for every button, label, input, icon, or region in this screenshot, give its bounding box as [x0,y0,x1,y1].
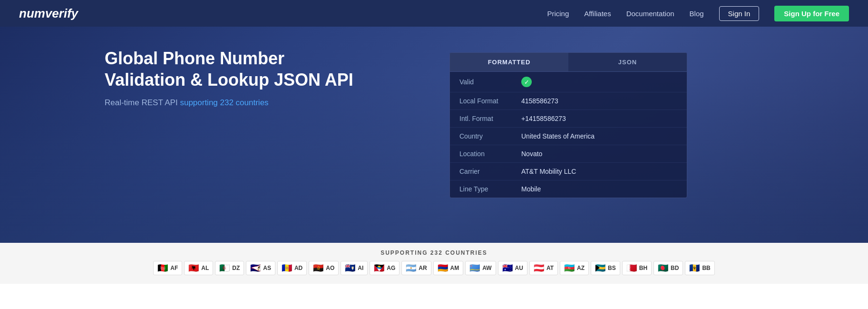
flag-emoji: 🇧🇧 [689,264,700,272]
card-body: Valid ✓ Local Format 4158586273 Intl. Fo… [450,72,687,198]
flag-code: AF [170,265,178,271]
flag-item-bb[interactable]: 🇧🇧BB [685,261,714,275]
flag-emoji: 🇦🇩 [282,264,292,272]
flag-emoji: 🇧🇸 [595,264,605,272]
flag-item-at[interactable]: 🇦🇹AT [529,261,558,275]
value-intl-format: +14158586273 [521,115,566,122]
flag-emoji: 🇦🇹 [534,264,544,272]
nav-pricing[interactable]: Pricing [547,10,569,18]
flag-emoji: 🇦🇮 [345,264,355,272]
navbar: numverify Pricing Affiliates Documentati… [0,0,868,27]
hero-section: Global Phone Number Validation & Lookup … [0,0,868,243]
site-logo[interactable]: numverify [19,6,547,21]
flag-code: AT [546,265,554,271]
flag-code: BH [639,265,647,271]
flag-item-al[interactable]: 🇦🇱AL [184,261,213,275]
flag-item-bd[interactable]: 🇧🇩BD [653,261,683,275]
value-carrier: AT&T Mobility LLC [521,168,576,175]
tab-formatted[interactable]: FORMATTED [450,53,568,71]
nav-affiliates[interactable]: Affiliates [584,10,611,18]
label-country: Country [459,132,521,140]
nav-links: Pricing Affiliates Documentation Blog Si… [547,6,849,21]
flag-item-az[interactable]: 🇦🇿AZ [560,261,589,275]
flag-emoji: 🇦🇷 [406,264,416,272]
label-intl-format: Intl. Format [459,115,521,122]
flag-code: BS [608,265,616,271]
flag-emoji: 🇦🇿 [564,264,575,272]
card-row-valid: Valid ✓ [450,72,687,92]
flag-code: AM [450,265,459,271]
flag-code: AO [326,265,334,271]
tab-json[interactable]: JSON [568,53,687,71]
label-line-type: Line Type [459,185,521,193]
card-tabs: FORMATTED JSON [450,53,687,72]
flag-item-dz[interactable]: 🇩🇿DZ [215,261,244,275]
card-row-location: Location Novato [450,145,687,163]
value-valid: ✓ [521,77,532,87]
card-row-carrier: Carrier AT&T Mobility LLC [450,163,687,180]
flag-item-au[interactable]: 🇦🇺AU [498,261,527,275]
nav-blog[interactable]: Blog [690,10,704,18]
flag-code: AW [482,265,491,271]
flag-emoji: 🇦🇼 [469,264,480,272]
card-row-country: Country United States of America [450,128,687,145]
flag-item-ag[interactable]: 🇦🇬AG [370,261,400,275]
value-local-format: 4158586273 [521,97,558,105]
flag-item-as[interactable]: 🇦🇸AS [246,261,275,275]
flag-code: AL [201,265,209,271]
flag-code: AD [294,265,302,271]
flag-code: BB [702,265,710,271]
flag-item-aw[interactable]: 🇦🇼AW [465,261,496,275]
flag-emoji: 🇩🇿 [219,264,230,272]
flag-code: AI [358,265,363,271]
flag-code: AR [419,265,427,271]
value-line-type: Mobile [521,185,541,193]
label-carrier: Carrier [459,168,521,175]
flag-item-af[interactable]: 🇦🇫AF [153,261,182,275]
flag-emoji: 🇦🇲 [438,264,448,272]
flag-item-ai[interactable]: 🇦🇮AI [341,261,368,275]
flag-code: AS [263,265,271,271]
label-location: Location [459,150,521,158]
flag-code: AU [515,265,523,271]
flag-item-ad[interactable]: 🇦🇩AD [277,261,307,275]
value-country: United States of America [521,132,595,140]
label-valid: Valid [459,78,521,86]
flag-emoji: 🇦🇸 [250,264,261,272]
flag-item-ao[interactable]: 🇦🇴AO [309,261,339,275]
flag-emoji: 🇦🇫 [157,264,168,272]
valid-check-icon: ✓ [521,77,532,87]
countries-section: SUPPORTING 232 COUNTRIES 🇦🇫AF🇦🇱AL🇩🇿DZ🇦🇸A… [0,243,868,284]
flag-emoji: 🇦🇴 [313,264,323,272]
flag-code: AZ [577,265,585,271]
result-card: FORMATTED JSON Valid ✓ Local Format 4158… [449,52,687,198]
flag-code: AG [387,265,395,271]
flag-emoji: 🇦🇺 [502,264,513,272]
subtitle-link[interactable]: supporting 232 countries [180,98,268,107]
nav-documentation[interactable]: Documentation [626,10,674,18]
flag-item-bs[interactable]: 🇧🇸BS [591,261,620,275]
flag-code: DZ [232,265,240,271]
countries-flags-list: 🇦🇫AF🇦🇱AL🇩🇿DZ🇦🇸AS🇦🇩AD🇦🇴AO🇦🇮AI🇦🇬AG🇦🇷AR🇦🇲AM… [0,261,868,280]
flag-item-am[interactable]: 🇦🇲AM [433,261,464,275]
flag-item-bh[interactable]: 🇧🇭BH [622,261,652,275]
flag-emoji: 🇧🇩 [658,264,668,272]
value-location: Novato [521,150,542,158]
flag-code: BD [671,265,679,271]
signin-button[interactable]: Sign In [719,6,760,21]
flag-emoji: 🇦🇬 [374,264,384,272]
flag-emoji: 🇦🇱 [188,264,199,272]
card-row-line-type: Line Type Mobile [450,180,687,198]
label-local-format: Local Format [459,97,521,105]
signup-button[interactable]: Sign Up for Free [774,6,849,21]
flag-item-ar[interactable]: 🇦🇷AR [401,261,431,275]
flag-emoji: 🇧🇭 [626,264,637,272]
card-row-intl-format: Intl. Format +14158586273 [450,110,687,128]
card-row-local-format: Local Format 4158586273 [450,92,687,110]
countries-banner-title: SUPPORTING 232 COUNTRIES [0,249,868,256]
